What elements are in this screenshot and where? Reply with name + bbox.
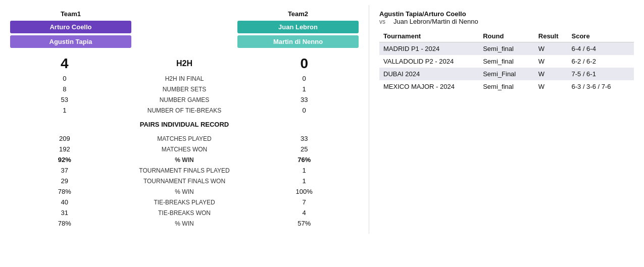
h2h-table: 4 H2H 0 0 H2H IN FINAL 0 8 NUMBER SETS 1… bbox=[10, 54, 359, 116]
pairs-v1-6: 40 bbox=[10, 197, 119, 207]
pairs-v2-3: 1 bbox=[250, 165, 359, 176]
h2h-v1-0: 0 bbox=[10, 73, 119, 84]
team2-player1-badge: Juan Lebron bbox=[237, 21, 359, 33]
h2h-row-1: 8 NUMBER SETS 1 bbox=[10, 84, 359, 94]
team2-label: Team2 bbox=[237, 10, 359, 18]
tournament-result-1: W bbox=[534, 55, 568, 68]
pairs-v2-2: 76% bbox=[250, 154, 359, 165]
pairs-table: 209MATCHES PLAYED33192MATCHES WON2592%% … bbox=[10, 133, 359, 229]
right-panel: Agustin Tapia/Arturo Coello vs Juan Lebr… bbox=[369, 5, 644, 234]
pairs-v1-4: 29 bbox=[10, 176, 119, 186]
tournament-row-3: MEXICO MAJOR - 2024Semi_finalW6-3 / 3-6 … bbox=[379, 80, 634, 93]
pairs-v1-8: 78% bbox=[10, 218, 119, 229]
pairs-v1-7: 31 bbox=[10, 207, 119, 218]
pairs-label-6: TIE-BREAKS PLAYED bbox=[119, 197, 250, 207]
team1-player1-badge: Arturo Coello bbox=[10, 21, 131, 33]
team2-player1-name: Juan Lebron bbox=[278, 23, 318, 31]
pairs-v1-0: 209 bbox=[10, 133, 119, 144]
tournament-score-2: 7-5 / 6-1 bbox=[568, 68, 634, 80]
tournament-row-0: MADRID P1 - 2024Semi_finalW6-4 / 6-4 bbox=[379, 42, 634, 56]
tournament-row-1: VALLADOLID P2 - 2024Semi_finalW6-2 / 6-2 bbox=[379, 55, 634, 68]
tournament-result-2: W bbox=[534, 68, 568, 80]
pairs-row-8: 78%% WIN57% bbox=[10, 218, 359, 229]
h2h-row-2: 53 NUMBER GAMES 33 bbox=[10, 94, 359, 105]
pairs-v1-3: 37 bbox=[10, 165, 119, 176]
score-left: 4 bbox=[61, 56, 69, 71]
pairs-label-8: % WIN bbox=[119, 218, 250, 229]
tournament-round-3: Semi_final bbox=[479, 80, 534, 93]
tournament-result-3: W bbox=[534, 80, 568, 93]
tournament-result-0: W bbox=[534, 42, 568, 56]
tournament-round-0: Semi_final bbox=[479, 42, 534, 56]
tournament-score-1: 6-2 / 6-2 bbox=[568, 55, 634, 68]
pairs-label-1: MATCHES WON bbox=[119, 144, 250, 154]
vs-label: vs bbox=[379, 18, 389, 25]
pairs-label-5: % WIN bbox=[119, 186, 250, 197]
pairs-row-0: 209MATCHES PLAYED33 bbox=[10, 133, 359, 144]
team2-player2-badge: Martin di Nenno bbox=[237, 35, 359, 48]
h2h-v2-1: 1 bbox=[250, 84, 359, 94]
h2h-v1-2: 53 bbox=[10, 94, 119, 105]
h2h-label-3: NUMBER OF TIE-BREAKS bbox=[119, 105, 250, 116]
h2h-row-3: 1 NUMBER OF TIE-BREAKS 0 bbox=[10, 105, 359, 116]
tournament-round-1: Semi_final bbox=[479, 55, 534, 68]
pairs-v1-1: 192 bbox=[10, 144, 119, 154]
pairs-label-2: % WIN bbox=[119, 154, 250, 165]
pairs-section-title: PAIRS INDIVIDUAL RECORD bbox=[10, 116, 359, 130]
pairs-label-7: TIE-BREAKS WON bbox=[119, 207, 250, 218]
col-header-tournament: Tournament bbox=[379, 30, 479, 42]
h2h-label-1: NUMBER SETS bbox=[119, 84, 250, 94]
pairs-row-6: 40TIE-BREAKS PLAYED7 bbox=[10, 197, 359, 207]
pairs-v2-6: 7 bbox=[250, 197, 359, 207]
h2h-label-0: H2H IN FINAL bbox=[119, 73, 250, 84]
pairs-v2-7: 4 bbox=[250, 207, 359, 218]
tournament-name-1: VALLADOLID P2 - 2024 bbox=[379, 55, 479, 68]
col-header-score: Score bbox=[568, 30, 634, 42]
pairs-row-2: 92%% WIN76% bbox=[10, 154, 359, 165]
pairs-row-3: 37TOURNAMENT FINALS PLAYED1 bbox=[10, 165, 359, 176]
team2-column: Team2 Juan Lebron Martin di Nenno bbox=[237, 10, 359, 50]
pairs-row-5: 78%% WIN100% bbox=[10, 186, 359, 197]
pairs-row-1: 192MATCHES WON25 bbox=[10, 144, 359, 154]
pairs-v2-8: 57% bbox=[250, 218, 359, 229]
pairs-v2-4: 1 bbox=[250, 176, 359, 186]
tournament-name-3: MEXICO MAJOR - 2024 bbox=[379, 80, 479, 93]
tournament-score-3: 6-3 / 3-6 / 7-6 bbox=[568, 80, 634, 93]
h2h-v2-2: 33 bbox=[250, 94, 359, 105]
vs-row: vs Juan Lebron/Martin di Nenno bbox=[379, 18, 634, 25]
pairs-row-4: 29TOURNAMENT FINALS WON1 bbox=[10, 176, 359, 186]
tournament-row-2: DUBAI 2024Semi_FinalW7-5 / 6-1 bbox=[379, 68, 634, 80]
h2h-title: H2H bbox=[176, 59, 192, 68]
right-team2-name: Juan Lebron/Martin di Nenno bbox=[393, 18, 478, 25]
pairs-row-7: 31TIE-BREAKS WON4 bbox=[10, 207, 359, 218]
pairs-label-4: TOURNAMENT FINALS WON bbox=[119, 176, 250, 186]
team1-player2-badge: Agustin Tapia bbox=[10, 35, 131, 48]
h2h-row-0: 0 H2H IN FINAL 0 bbox=[10, 73, 359, 84]
pairs-label-0: MATCHES PLAYED bbox=[119, 133, 250, 144]
pairs-v1-5: 78% bbox=[10, 186, 119, 197]
col-header-round: Round bbox=[479, 30, 534, 42]
matchup-header: Agustin Tapia/Arturo Coello vs Juan Lebr… bbox=[379, 10, 634, 25]
h2h-v2-0: 0 bbox=[250, 73, 359, 84]
h2h-v2-3: 0 bbox=[250, 105, 359, 116]
tournament-table: Tournament Round Result Score MADRID P1 … bbox=[379, 30, 634, 93]
tournament-name-0: MADRID P1 - 2024 bbox=[379, 42, 479, 56]
pairs-label-3: TOURNAMENT FINALS PLAYED bbox=[119, 165, 250, 176]
tournament-score-0: 6-4 / 6-4 bbox=[568, 42, 634, 56]
h2h-v1-3: 1 bbox=[10, 105, 119, 116]
team1-player1-name: Arturo Coello bbox=[49, 23, 91, 31]
pairs-v1-2: 92% bbox=[10, 154, 119, 165]
team1-player2-name: Agustin Tapia bbox=[49, 38, 92, 45]
pairs-v2-1: 25 bbox=[250, 144, 359, 154]
col-header-result: Result bbox=[534, 30, 568, 42]
h2h-label-2: NUMBER GAMES bbox=[119, 94, 250, 105]
table-header-row: Tournament Round Result Score bbox=[379, 30, 634, 42]
left-panel: Team1 Arturo Coello Agustin Tapia Team2 … bbox=[0, 5, 369, 234]
h2h-v1-1: 8 bbox=[10, 84, 119, 94]
team2-player2-name: Martin di Nenno bbox=[273, 38, 323, 45]
team1-label: Team1 bbox=[10, 10, 131, 18]
score-right: 0 bbox=[300, 56, 308, 71]
right-team1-name: Agustin Tapia/Arturo Coello bbox=[379, 10, 634, 18]
teams-header: Team1 Arturo Coello Agustin Tapia Team2 … bbox=[10, 10, 359, 50]
pairs-v2-0: 33 bbox=[250, 133, 359, 144]
